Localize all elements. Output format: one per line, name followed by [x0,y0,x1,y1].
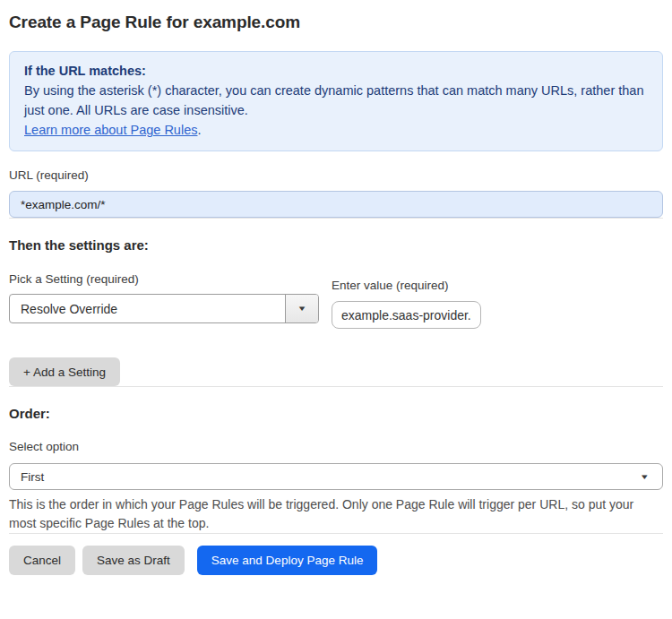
url-field-label: URL (required) [9,168,663,183]
setting-row: Pick a Setting (required) Resolve Overri… [9,272,663,329]
setting-select-value: Resolve Override [10,302,285,316]
section-divider [9,386,663,387]
chevron-down-icon: ▼ [297,305,306,313]
cancel-button[interactable]: Cancel [9,546,75,575]
save-as-draft-button[interactable]: Save as Draft [82,546,185,575]
order-help-text: This is the order in which your Page Rul… [9,495,663,533]
order-select-value: First [10,470,643,484]
setting-value-input[interactable] [332,301,481,329]
create-page-rule-form: Create a Page Rule for example.com If th… [9,12,663,575]
section-divider [9,533,663,534]
order-section-heading: Order: [9,406,663,422]
learn-more-link[interactable]: Learn more about Page Rules [24,123,197,137]
footer-actions: Cancel Save as Draft Save and Deploy Pag… [9,546,663,575]
save-and-deploy-button[interactable]: Save and Deploy Page Rule [197,546,378,575]
section-divider [9,218,663,219]
info-box-body: By using the asterisk (*) character, you… [24,81,648,120]
setting-select-arrow-button[interactable]: ▼ [285,295,318,322]
page-title: Create a Page Rule for example.com [9,12,663,32]
url-input[interactable] [9,191,663,218]
enter-value-column: Enter value (required) [332,279,481,329]
info-box-heading: If the URL matches: [24,61,648,81]
pick-setting-column: Pick a Setting (required) Resolve Overri… [9,272,319,329]
enter-value-label: Enter value (required) [332,279,481,293]
add-setting-button[interactable]: + Add a Setting [9,357,120,386]
info-box-link-line: Learn more about Page Rules. [24,120,648,140]
link-period: . [197,123,201,137]
setting-select[interactable]: Resolve Override ▼ [9,294,319,323]
order-select[interactable]: First ▼ [9,463,663,490]
order-select-label: Select option [9,440,663,454]
url-match-info-box: If the URL matches: By using the asteris… [9,51,663,151]
pick-setting-label: Pick a Setting (required) [9,272,319,287]
chevron-down-icon: ▼ [640,473,663,481]
settings-section-heading: Then the settings are: [9,237,663,254]
